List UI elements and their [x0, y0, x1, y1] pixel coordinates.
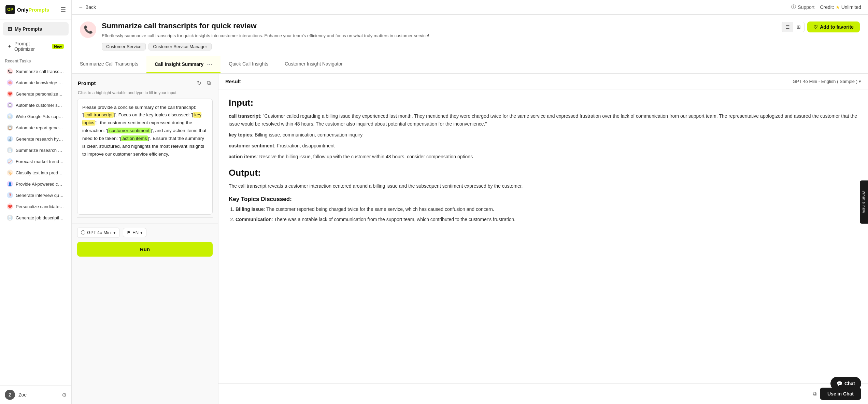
task-label-12: Generate interview ques... — [16, 193, 65, 198]
grid-view-button[interactable]: ⊞ — [793, 22, 804, 32]
result-model-selector[interactable]: GPT 4o Mini - English ( Sample ) ▾ — [793, 79, 861, 84]
list-view-button[interactable]: ☰ — [782, 22, 793, 32]
support-label: Support — [798, 4, 814, 10]
model-selector[interactable]: ⓘ GPT 4o Mini ▾ — [77, 228, 119, 238]
task-label-11: Provide AI-powered cand... — [16, 182, 65, 187]
help-icon: ⓘ — [81, 230, 85, 236]
task-item-12[interactable]: ❓ Generate interview ques... — [2, 190, 69, 201]
result-model-label: GPT 4o Mini - English ( Sample ) — [793, 79, 857, 84]
tab-insight[interactable]: Call Insight Summary ⋯ — [146, 56, 220, 73]
task-item-2[interactable]: 🧠 Automate knowledge ba... — [2, 77, 69, 88]
task-item-10[interactable]: 🏷️ Classify text into predefi... — [2, 167, 69, 178]
logo-text: OnlyPrompts — [17, 7, 49, 13]
tag-customer-service[interactable]: Customer Service — [102, 43, 146, 50]
task-label-6: Automate report genera... — [16, 125, 65, 130]
tab-insight-menu: Call Insight Summary ⋯ — [155, 61, 212, 68]
main-content: ← Back ⓘ Support Credit: ★ Unlimited 📞 S… — [72, 0, 868, 404]
var-customer-sentiment[interactable]: customer sentiment — [108, 128, 151, 133]
sidebar-item-my-prompts[interactable]: ⊞ My Prompts — [3, 22, 69, 35]
task-icon-11: 👤 — [7, 181, 13, 187]
back-button[interactable]: ← Back — [79, 4, 96, 10]
result-footer: ⧉ Use in Chat — [218, 383, 868, 404]
task-list: 📞 Summarize call transcri... 🧠 Automate … — [0, 66, 71, 223]
task-icon-12: ❓ — [7, 192, 13, 198]
prompt-textarea[interactable]: Please provide a concise summary of the … — [77, 99, 213, 215]
call-transcript-label: call transcript — [229, 113, 260, 119]
result-title: Result — [225, 78, 241, 84]
avatar: Z — [5, 390, 15, 400]
tab-navigator[interactable]: Customer Insight Navigator — [276, 56, 351, 73]
settings-icon[interactable]: ⚙ — [62, 392, 67, 398]
refresh-button[interactable]: ↻ — [196, 79, 203, 87]
task-label-2: Automate knowledge ba... — [16, 80, 65, 85]
task-item-9[interactable]: 📈 Forecast market trends ... — [2, 156, 69, 167]
sidebar: OP OnlyPrompts ☰ ⊞ My Prompts ✦ Prompt O… — [0, 0, 72, 404]
var-action-items[interactable]: action items — [121, 135, 148, 141]
action-items-label: action items — [229, 154, 257, 159]
run-button-wrap: Run — [72, 242, 218, 262]
topbar-right: ⓘ Support Credit: ★ Unlimited — [791, 4, 861, 10]
task-item-14[interactable]: 📄 Generate job description... — [2, 212, 69, 223]
task-item-11[interactable]: 👤 Provide AI-powered cand... — [2, 178, 69, 189]
tab-insight-label: Call Insight Summary — [155, 61, 203, 67]
topic-2: Communication: There was a notable lack … — [236, 216, 858, 224]
task-item-6[interactable]: 📋 Automate report genera... — [2, 122, 69, 133]
task-item-3[interactable]: ❤️ Generate personalized r... — [2, 88, 69, 99]
task-icon-4: 💬 — [7, 102, 13, 108]
credit-value: Unlimited — [841, 4, 861, 10]
tab-summarize-label: Summarize Call Transcripts — [80, 61, 138, 67]
task-item-7[interactable]: 🔬 Generate research hypot... — [2, 133, 69, 144]
run-button[interactable]: Run — [77, 242, 213, 257]
task-item-5[interactable]: 📊 Write Google Ads copy v... — [2, 111, 69, 122]
recent-tasks-label: Recent Tasks — [0, 55, 71, 66]
language-selector[interactable]: ⚑ EN ▾ — [123, 228, 146, 237]
view-toggle: ☰ ⊞ — [782, 22, 805, 32]
tag-manager[interactable]: Customer Service Manager — [148, 43, 211, 50]
credit-info: Credit: ★ Unlimited — [820, 4, 861, 10]
chat-bubble-label: Chat — [844, 381, 855, 386]
task-icon-8: 📄 — [7, 147, 13, 153]
logo-highlight: Prompts — [28, 7, 49, 13]
sidebar-item-optimizer[interactable]: ✦ Prompt Optimizer New — [3, 38, 69, 55]
logo: OP OnlyPrompts — [5, 5, 49, 14]
task-label-3: Generate personalized r... — [16, 91, 65, 97]
task-icon-6: 📋 — [7, 125, 13, 131]
heart-icon: ♡ — [813, 24, 818, 30]
copy-result-button[interactable]: ⧉ — [813, 391, 816, 397]
tab-menu-dots[interactable]: ⋯ — [207, 61, 212, 68]
task-icon-3: ❤️ — [7, 91, 13, 97]
call-transcript-field: call transcript: "Customer called regard… — [229, 112, 858, 129]
prompt-panel-header: Prompt ↻ ⧉ — [72, 74, 218, 90]
whats-new-tab[interactable]: What's new — [860, 181, 868, 224]
tab-summarize[interactable]: Summarize Call Transcripts — [72, 56, 146, 73]
task-item-4[interactable]: 💬 Automate customer sup... — [2, 100, 69, 111]
my-prompts-label: My Prompts — [15, 26, 42, 32]
topic-2-label: Communication — [236, 217, 272, 222]
sentiment-label: customer sentiment — [229, 143, 274, 148]
tab-quick[interactable]: Quick Call Insights — [220, 56, 276, 73]
task-item-8[interactable]: 📄 Summarize research pap... — [2, 145, 69, 156]
prompt-hint: Click to a highlight variable and type t… — [72, 90, 218, 99]
action-items-field: action items: Resolve the billing issue,… — [229, 153, 858, 161]
support-link[interactable]: ⓘ Support — [791, 4, 814, 10]
task-item-1[interactable]: 📞 Summarize call transcri... — [2, 66, 69, 77]
add-favorite-button[interactable]: ♡ Add to favorite — [807, 21, 860, 32]
prompt-text-after-1: ]'. Focus on the key topics discussed: '… — [114, 112, 193, 117]
var-call-transcript[interactable]: call transcript — [84, 112, 114, 118]
input-heading: Input: — [229, 98, 858, 108]
page-header-content: Summarize call transcripts for quick rev… — [102, 21, 776, 50]
task-label-8: Summarize research pap... — [16, 148, 65, 153]
chat-bubble[interactable]: 💬 Chat — [830, 377, 861, 390]
hamburger-icon[interactable]: ☰ — [60, 6, 66, 13]
copy-prompt-button[interactable]: ⧉ — [205, 79, 212, 87]
model-label: GPT 4o Mini — [87, 230, 112, 235]
call-transcript-value: "Customer called regarding a billing iss… — [229, 113, 857, 127]
task-label-13: Personalize candidate o... — [16, 204, 65, 209]
tab-navigator-label: Customer Insight Navigator — [285, 61, 343, 67]
task-item-13[interactable]: ❤️ Personalize candidate o... — [2, 201, 69, 212]
task-icon-1: 📞 — [7, 68, 13, 74]
result-content: Input: call transcript: "Customer called… — [218, 89, 868, 384]
star-icon: ✦ — [8, 44, 12, 49]
sidebar-header: OP OnlyPrompts ☰ — [0, 0, 71, 19]
back-arrow-icon: ← — [79, 4, 83, 10]
